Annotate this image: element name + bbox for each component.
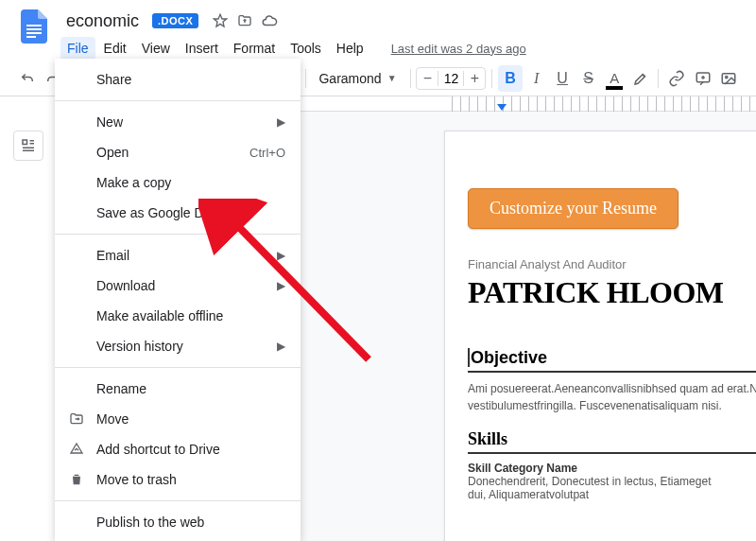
file-menu-new[interactable]: New▶ bbox=[55, 107, 301, 137]
skill-category-2: Anoth bbox=[730, 488, 756, 501]
undo-button[interactable] bbox=[15, 65, 40, 92]
cloud-status-icon[interactable] bbox=[259, 10, 280, 31]
skills-heading: Skills bbox=[468, 429, 756, 454]
file-menu-offline[interactable]: Make available offline bbox=[55, 301, 301, 331]
file-menu-move[interactable]: Move bbox=[55, 404, 301, 434]
skill-desc-1: Donechendrerit, Donecutest in lectus, Et… bbox=[468, 475, 730, 501]
bold-button[interactable]: B bbox=[498, 65, 523, 92]
move-folder-icon[interactable] bbox=[234, 10, 255, 31]
svg-rect-0 bbox=[26, 25, 42, 26]
menu-view[interactable]: View bbox=[135, 37, 177, 60]
file-menu-make-copy[interactable]: Make a copy bbox=[55, 167, 301, 198]
chevron-right-icon: ▶ bbox=[277, 340, 285, 353]
svg-point-6 bbox=[726, 76, 728, 78]
file-dropdown: Share New▶ OpenCtrl+O Make a copy Save a… bbox=[55, 59, 301, 541]
document-title[interactable]: economic bbox=[60, 9, 145, 33]
insert-image-button[interactable] bbox=[716, 65, 741, 92]
strikethrough-button[interactable]: S bbox=[576, 65, 601, 92]
font-size-group: − 12 + bbox=[416, 67, 486, 90]
font-size-value[interactable]: 12 bbox=[438, 71, 464, 86]
file-menu-trash[interactable]: Move to trash bbox=[55, 464, 301, 495]
file-menu-save-as-gdocs[interactable]: Save as Google Docs bbox=[55, 198, 301, 228]
move-icon bbox=[68, 410, 85, 428]
font-family-label: Garamond bbox=[318, 71, 381, 86]
highlight-button[interactable] bbox=[628, 65, 653, 92]
docs-logo-icon bbox=[21, 9, 47, 44]
file-menu-publish[interactable]: Publish to the web bbox=[55, 507, 301, 537]
docs-logo[interactable] bbox=[15, 8, 53, 45]
last-edit-link[interactable]: Last edit was 2 days ago bbox=[391, 42, 526, 56]
menu-insert[interactable]: Insert bbox=[179, 37, 225, 60]
font-size-decrease[interactable]: − bbox=[417, 68, 438, 89]
chevron-right-icon: ▶ bbox=[277, 115, 285, 129]
italic-button[interactable]: I bbox=[524, 65, 549, 92]
file-menu-version-history[interactable]: Version history▶ bbox=[55, 331, 301, 361]
indent-marker-icon[interactable] bbox=[497, 104, 507, 111]
insert-link-button[interactable] bbox=[664, 65, 689, 92]
svg-rect-7 bbox=[23, 140, 27, 145]
outline-toggle[interactable] bbox=[13, 131, 43, 161]
resume-name: PATRICK HLOOM bbox=[468, 275, 756, 310]
objective-heading: Objective bbox=[468, 348, 756, 373]
document-page[interactable]: Customize your Resume Financial Analyst … bbox=[444, 131, 756, 541]
menu-edit[interactable]: Edit bbox=[97, 37, 133, 60]
file-menu-rename[interactable]: Rename bbox=[55, 374, 301, 404]
file-menu-share[interactable]: Share bbox=[55, 64, 301, 95]
underline-button[interactable]: U bbox=[550, 65, 575, 92]
svg-rect-1 bbox=[26, 28, 42, 30]
menu-help[interactable]: Help bbox=[330, 37, 370, 60]
chevron-down-icon: ▼ bbox=[387, 73, 397, 83]
text-color-button[interactable]: A bbox=[602, 65, 627, 92]
font-family-select[interactable]: Garamond▼ bbox=[311, 67, 404, 90]
star-icon[interactable] bbox=[210, 10, 231, 31]
font-size-increase[interactable]: + bbox=[464, 68, 485, 89]
add-comment-button[interactable] bbox=[691, 65, 715, 92]
svg-rect-3 bbox=[26, 36, 36, 38]
trash-icon bbox=[68, 471, 85, 488]
drive-shortcut-icon bbox=[68, 441, 85, 458]
chevron-right-icon: ▶ bbox=[277, 249, 285, 262]
file-menu-open[interactable]: OpenCtrl+O bbox=[55, 137, 301, 167]
skill-desc-2: Done Done Aliqu bbox=[730, 528, 756, 541]
chevron-right-icon: ▶ bbox=[277, 279, 285, 292]
file-menu-email[interactable]: Email▶ bbox=[55, 240, 301, 270]
skill-category-1: Skill Category Name bbox=[468, 462, 730, 475]
menu-format[interactable]: Format bbox=[227, 37, 282, 60]
svg-rect-2 bbox=[26, 32, 42, 34]
shortcut-label: Ctrl+O bbox=[249, 146, 285, 160]
menu-tools[interactable]: Tools bbox=[284, 37, 328, 60]
docx-badge: .DOCX bbox=[152, 13, 198, 28]
file-menu-add-shortcut[interactable]: Add shortcut to Drive bbox=[55, 434, 301, 464]
menu-bar: File Edit View Insert Format Tools Help … bbox=[60, 36, 741, 61]
resume-subtitle: Financial Analyst And Auditor bbox=[468, 257, 756, 271]
menu-file[interactable]: File bbox=[60, 37, 95, 60]
objective-text: Ami posuereerat.Aeneanconvallisnibhsed q… bbox=[468, 380, 756, 414]
customize-resume-button[interactable]: Customize your Resume bbox=[468, 188, 679, 229]
file-menu-download[interactable]: Download▶ bbox=[55, 270, 301, 301]
